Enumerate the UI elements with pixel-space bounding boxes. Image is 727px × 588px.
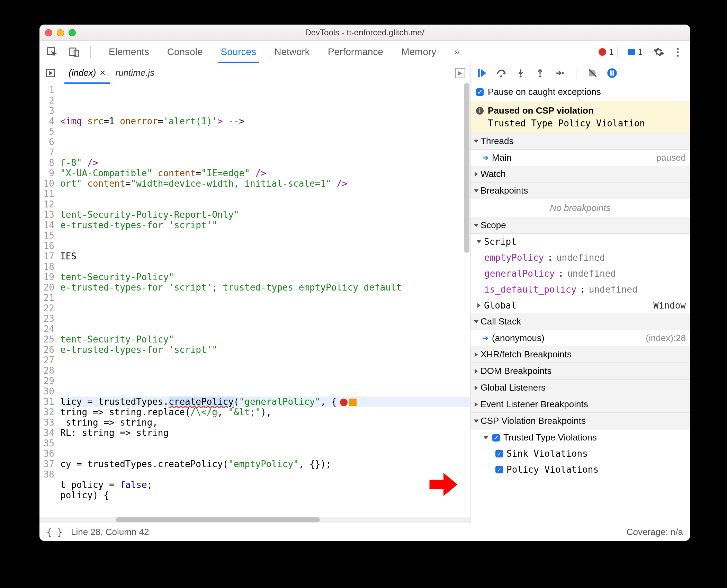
- section-breakpoints[interactable]: Breakpoints: [470, 182, 690, 199]
- section-event-listener-breakpoints[interactable]: Event Listener Breakpoints: [470, 396, 690, 413]
- code-line[interactable]: policy) {: [60, 490, 470, 500]
- tab-elements[interactable]: Elements: [108, 42, 150, 62]
- code-line[interactable]: "X-UA-Compatible" content="IE=edge" />: [60, 168, 470, 178]
- code-line[interactable]: [60, 147, 470, 158]
- tabs-overflow[interactable]: »: [454, 42, 460, 62]
- separator: [576, 67, 576, 79]
- section-watch[interactable]: Watch: [470, 166, 690, 182]
- paused-banner: i Paused on CSP violation Trusted Type P…: [470, 101, 690, 133]
- code-line[interactable]: [60, 261, 470, 272]
- code-line[interactable]: f-8" />: [60, 158, 470, 168]
- callstack-frame[interactable]: ➔ (anonymous) (index):28: [470, 330, 690, 346]
- scope-variable[interactable]: is_default_policy: undefined: [470, 282, 690, 297]
- message-count-badge[interactable]: 1: [624, 46, 646, 58]
- code-line[interactable]: [60, 199, 470, 210]
- code-line[interactable]: cy = trustedTypes.createPolicy("emptyPol…: [60, 459, 470, 469]
- section-scope[interactable]: Scope: [470, 217, 690, 234]
- code-line[interactable]: [60, 500, 470, 511]
- section-global-listeners[interactable]: Global Listeners: [470, 380, 690, 396]
- section-csp-violation[interactable]: CSP Violation Breakpoints: [470, 413, 690, 429]
- code-line[interactable]: [60, 438, 470, 448]
- section-callstack[interactable]: Call Stack: [470, 313, 690, 330]
- vertical-scrollbar[interactable]: [464, 83, 469, 253]
- pause-exceptions-icon[interactable]: [607, 68, 617, 78]
- code-line[interactable]: [60, 313, 470, 324]
- tab-network[interactable]: Network: [273, 42, 311, 62]
- code-line[interactable]: tent-Security-Policy": [60, 334, 470, 345]
- code-line[interactable]: [60, 376, 470, 386]
- code-line[interactable]: [60, 241, 470, 251]
- horizontal-scrollbar[interactable]: [39, 517, 470, 523]
- csp-sink-violations[interactable]: ✓ Sink Violations: [470, 446, 690, 462]
- code-line[interactable]: [60, 386, 470, 397]
- code-line[interactable]: [60, 469, 470, 480]
- svg-rect-1: [70, 48, 76, 55]
- checkbox-checked-icon[interactable]: ✓: [476, 88, 484, 96]
- more-options-icon[interactable]: ▶: [455, 68, 465, 78]
- tab-sources[interactable]: Sources: [220, 42, 257, 62]
- kebab-menu-icon[interactable]: ⋮: [671, 46, 684, 58]
- file-tab-runtime[interactable]: runtime.js: [110, 63, 159, 83]
- code-line[interactable]: tring => string.replace(/\</g, "&lt;"),: [60, 407, 470, 417]
- zoom-window-button[interactable]: [69, 29, 76, 36]
- code-editor[interactable]: <img src=1 onerror='alert(1)'> --> f-8" …: [58, 83, 470, 517]
- checkbox-checked-icon[interactable]: ✓: [495, 466, 503, 473]
- checkbox-checked-icon[interactable]: ✓: [495, 450, 503, 457]
- code-line[interactable]: licy = trustedTypes.createPolicy("genera…: [60, 397, 470, 407]
- code-line[interactable]: [60, 293, 470, 303]
- code-line[interactable]: e-trusted-types-for 'script'; trusted-ty…: [60, 282, 470, 293]
- tab-memory[interactable]: Memory: [401, 42, 437, 62]
- settings-icon[interactable]: [653, 46, 665, 58]
- code-line[interactable]: [60, 126, 470, 137]
- scope-script[interactable]: Script: [470, 234, 690, 250]
- code-line[interactable]: <img src=1 onerror='alert(1)'> -->: [60, 116, 470, 126]
- code-line[interactable]: [60, 137, 470, 147]
- code-line[interactable]: string => string,: [60, 417, 470, 428]
- code-line[interactable]: [60, 365, 470, 376]
- section-threads[interactable]: Threads: [470, 133, 690, 150]
- scope-global[interactable]: GlobalWindow: [470, 297, 690, 313]
- deactivate-breakpoints-icon[interactable]: [587, 68, 598, 78]
- close-window-button[interactable]: [45, 29, 52, 36]
- section-dom-breakpoints[interactable]: DOM Breakpoints: [470, 363, 690, 380]
- checkbox-checked-icon[interactable]: ✓: [492, 434, 500, 442]
- tab-performance[interactable]: Performance: [327, 42, 384, 62]
- csp-trusted-type[interactable]: ✓ Trusted Type Violations: [470, 429, 690, 446]
- code-line[interactable]: RL: string => string: [60, 428, 470, 438]
- code-line[interactable]: IES: [60, 251, 470, 261]
- code-line[interactable]: tent-Security-Policy-Report-Only": [60, 210, 470, 220]
- code-line[interactable]: e-trusted-types-for 'script'": [60, 345, 470, 355]
- svg-marker-6: [481, 69, 486, 77]
- scope-variable[interactable]: emptyPolicy: undefined: [470, 250, 690, 266]
- inspect-icon[interactable]: [46, 46, 58, 58]
- code-line[interactable]: [60, 448, 470, 459]
- tab-console[interactable]: Console: [167, 42, 204, 62]
- code-line[interactable]: [60, 189, 470, 199]
- step-over-icon[interactable]: [496, 68, 506, 78]
- code-line[interactable]: [60, 230, 470, 241]
- message-count: 1: [638, 47, 643, 57]
- section-xhr-breakpoints[interactable]: XHR/fetch Breakpoints: [470, 346, 690, 363]
- code-line[interactable]: [60, 355, 470, 365]
- code-line[interactable]: tent-Security-Policy": [60, 272, 470, 282]
- step-into-icon[interactable]: [515, 68, 526, 78]
- error-count-badge[interactable]: 1: [595, 46, 617, 58]
- show-navigator-icon[interactable]: [44, 67, 57, 79]
- code-line[interactable]: e-trusted-types-for 'script'": [60, 220, 470, 230]
- step-icon[interactable]: [554, 68, 565, 78]
- step-out-icon[interactable]: [535, 68, 545, 78]
- pretty-print-icon[interactable]: { }: [46, 527, 63, 537]
- pause-on-caught-row[interactable]: ✓ Pause on caught exceptions: [470, 83, 690, 101]
- file-tab-index[interactable]: (index)✕: [64, 63, 110, 83]
- code-line[interactable]: [60, 303, 470, 313]
- resume-icon[interactable]: [477, 68, 487, 78]
- csp-policy-violations[interactable]: ✓ Policy Violations: [470, 462, 690, 478]
- code-line[interactable]: t_policy = false;: [60, 480, 470, 490]
- code-line[interactable]: ort" content="width=device-width, initia…: [60, 178, 470, 189]
- code-line[interactable]: [60, 324, 470, 334]
- minimize-window-button[interactable]: [57, 29, 64, 36]
- thread-main[interactable]: ➔ Main paused: [470, 150, 690, 166]
- close-icon[interactable]: ✕: [99, 69, 106, 78]
- device-toggle-icon[interactable]: [68, 46, 80, 58]
- scope-variable[interactable]: generalPolicy: undefined: [470, 266, 690, 282]
